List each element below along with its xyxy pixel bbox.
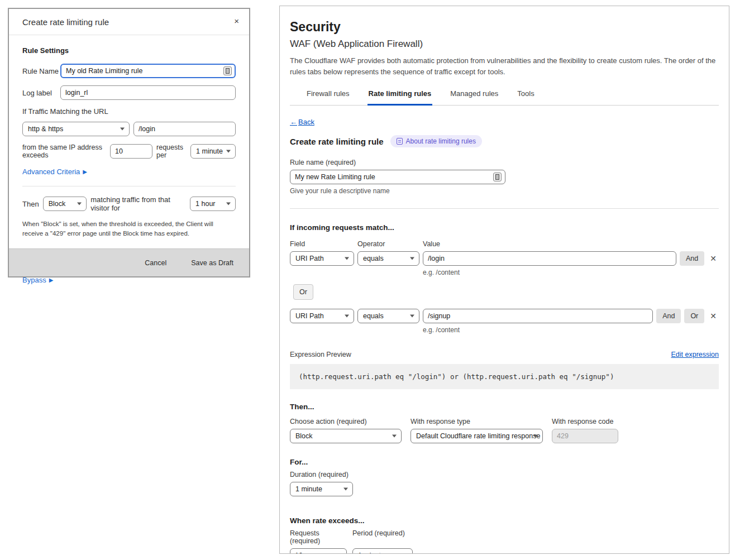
value-input[interactable] — [423, 309, 653, 323]
period-select-value: 1 minute — [196, 147, 223, 155]
tab-rate-limiting-rules[interactable]: Rate limiting rules — [367, 86, 433, 106]
tab-firewall-rules[interactable]: Firewall rules — [306, 86, 351, 106]
tab-tools[interactable]: Tools — [516, 86, 535, 106]
field-select[interactable]: URI Path — [290, 309, 354, 323]
rate-exceeds-heading: When rate exceeds... — [290, 516, 719, 525]
divider — [22, 186, 236, 186]
dialog-title: Create rate limiting rule — [22, 17, 109, 27]
requests-input[interactable] — [290, 548, 347, 554]
expression-preview: (http.request.uri.path eq "/login") or (… — [290, 364, 719, 389]
remove-condition-icon[interactable]: ✕ — [708, 310, 719, 322]
field-select[interactable]: URI Path — [290, 251, 354, 266]
back-arrow-icon: ← — [290, 118, 297, 126]
choose-action-label: Choose action (required) — [290, 418, 402, 425]
back-label: Back — [298, 118, 314, 126]
remove-condition-icon[interactable]: ✕ — [708, 253, 719, 264]
operator-column-label: Operator — [357, 240, 419, 248]
close-icon[interactable]: × — [232, 15, 241, 27]
back-link[interactable]: ←Back — [290, 118, 314, 126]
rule-name-input[interactable] — [60, 64, 236, 78]
dialog-footer: Cancel Save as Draft — [9, 248, 249, 276]
scheme-select-value: http & https — [28, 125, 63, 133]
block-duration-value: 1 hour — [195, 200, 215, 208]
or-button[interactable]: Or — [684, 309, 704, 323]
value-hint: e.g. /content — [423, 269, 719, 276]
waf-description: The Cloudflare WAF provides both automat… — [290, 55, 719, 77]
then-row: Then Block matching traffic from that vi… — [22, 195, 236, 212]
old-rate-limit-dialog: Create rate limiting rule × Rule Setting… — [8, 8, 250, 277]
advanced-criteria-label: Advanced Criteria — [22, 167, 80, 176]
log-label-row: Log label — [22, 85, 236, 100]
expand-triangle-icon: ▶ — [49, 277, 54, 283]
autofill-icon[interactable] — [223, 66, 232, 75]
chevron-down-icon — [533, 435, 538, 438]
expression-preview-label: Expression Preview — [290, 351, 351, 358]
rule-name-input[interactable] — [290, 170, 505, 184]
autofill-icon[interactable] — [493, 173, 502, 181]
divider — [290, 208, 719, 209]
response-type-label: With response type — [411, 418, 543, 425]
chevron-down-icon — [345, 315, 349, 318]
block-duration-select[interactable]: 1 hour — [190, 197, 236, 211]
and-button[interactable]: And — [656, 309, 681, 323]
duration-label: Duration (required) — [290, 471, 719, 478]
operator-select-value: equals — [363, 312, 384, 320]
operator-select-value: equals — [363, 255, 384, 262]
save-as-draft-button[interactable]: Save as Draft — [191, 259, 233, 267]
rate-period-value: 1 minute — [358, 552, 385, 554]
for-heading: For... — [290, 458, 719, 466]
field-select-value: URI Path — [295, 312, 324, 320]
and-button[interactable]: And — [680, 251, 704, 266]
create-rule-heading: Create rate limiting rule — [290, 137, 384, 146]
action-select-value: Block — [295, 432, 313, 440]
new-rate-limit-panel: Security WAF (Web Application Firewall) … — [279, 6, 729, 554]
incoming-requests-heading: If incoming requests match... — [290, 223, 719, 232]
condition-row: URI Path equals And ✕ — [290, 251, 719, 266]
condition-row: URI Path equals And Or ✕ — [290, 309, 719, 323]
operator-select[interactable]: equals — [357, 309, 419, 323]
value-input[interactable] — [423, 251, 676, 266]
tab-managed-rules[interactable]: Managed rules — [449, 86, 499, 106]
chevron-down-icon — [343, 488, 348, 491]
condition-column-labels: Field Operator Value — [290, 240, 719, 248]
field-column-label: Field — [290, 240, 354, 248]
scheme-select[interactable]: http & https — [22, 122, 130, 136]
threshold-row: from the same IP address exceeds request… — [22, 143, 236, 159]
exceeds-text: from the same IP address exceeds — [22, 143, 106, 159]
action-select[interactable]: Block — [43, 197, 87, 211]
matching-text: matching traffic from that visitor for — [90, 195, 186, 212]
rule-name-label: Rule name (required) — [290, 159, 719, 166]
chevron-down-icon — [120, 128, 125, 131]
or-connector-button[interactable]: Or — [293, 284, 313, 300]
traffic-match-heading: If Traffic Matching the URL — [22, 107, 236, 116]
response-code-input — [552, 429, 618, 443]
bypass-label: Bypass — [22, 276, 46, 284]
value-hint: e.g. /content — [423, 326, 719, 334]
log-label-input[interactable] — [60, 85, 236, 100]
advanced-criteria-link[interactable]: Advanced Criteria ▶ — [22, 167, 87, 176]
url-input[interactable] — [133, 122, 236, 136]
edit-expression-link[interactable]: Edit expression — [671, 351, 719, 358]
requests-label: Requests (required) — [290, 529, 347, 545]
response-code-label: With response code — [552, 418, 618, 425]
chevron-down-icon — [392, 435, 397, 438]
duration-select[interactable]: 1 minute — [290, 482, 353, 496]
field-select-value: URI Path — [295, 255, 324, 262]
chevron-down-icon — [345, 257, 349, 260]
period-select[interactable]: 1 minute — [190, 144, 236, 159]
response-type-select[interactable]: Default Cloudflare rate limiting respons… — [411, 429, 543, 443]
about-rate-limiting-link[interactable]: About rate limiting rules — [390, 135, 482, 147]
waf-tabs: Firewall rules Rate limiting rules Manag… — [290, 86, 719, 106]
cancel-button[interactable]: Cancel — [145, 259, 166, 267]
action-select[interactable]: Block — [290, 429, 402, 443]
requests-input[interactable] — [110, 144, 152, 159]
block-note: When "Block" is set, when the threshold … — [22, 219, 236, 239]
rule-name-row: Rule Name — [22, 64, 236, 78]
operator-select[interactable]: equals — [357, 251, 419, 266]
bypass-link[interactable]: Bypass ▶ — [22, 276, 53, 284]
dialog-header: Create rate limiting rule × — [9, 9, 249, 35]
doc-icon — [397, 138, 403, 145]
chevron-down-icon — [410, 315, 414, 318]
chevron-down-icon — [226, 150, 231, 153]
rate-period-select[interactable]: 1 minute — [352, 548, 413, 554]
